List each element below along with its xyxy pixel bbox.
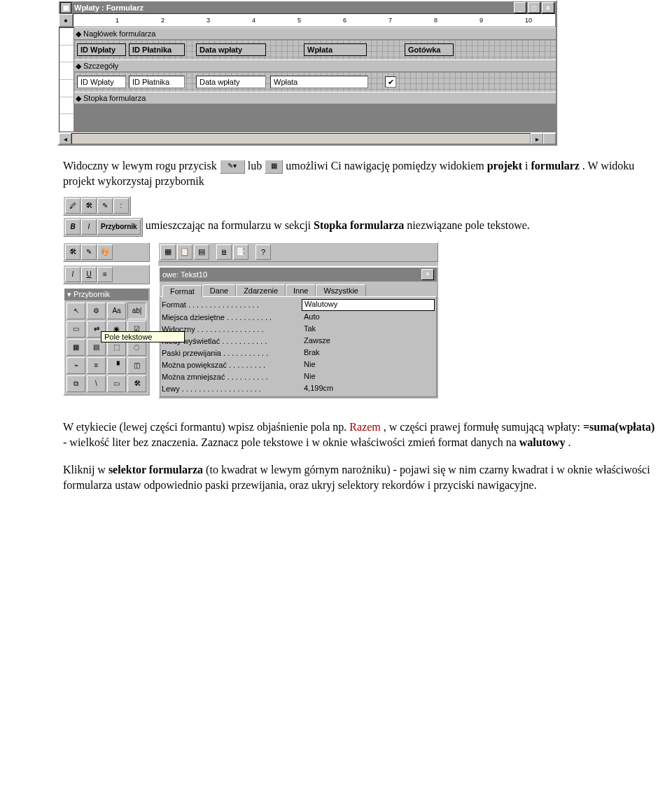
palette-more[interactable]: 🛠 bbox=[127, 375, 146, 392]
paragraph-1: Widoczny w lewym rogu przycisk ✎▾ lub ▦ … bbox=[63, 158, 658, 189]
toolbar-figure: 🖉 🛠 ✎ : B I Przybornik umieszczając na f… bbox=[63, 196, 658, 237]
section-header-label: Nagłówek formularza bbox=[83, 29, 155, 38]
close-icon[interactable]: × bbox=[421, 269, 434, 280]
tab-format[interactable]: Format bbox=[162, 285, 202, 297]
underline-icon: U bbox=[81, 267, 97, 282]
header-label[interactable]: ID Wpłaty bbox=[77, 43, 126, 56]
tool-icon: ≡ bbox=[97, 267, 113, 282]
section-footer-label: Stopka formularza bbox=[83, 94, 146, 102]
minimize-button[interactable]: _ bbox=[514, 2, 526, 13]
property-row[interactable]: Format . . . . . . . . . . . . . . . . .… bbox=[162, 298, 435, 312]
tool-icon: ✎ bbox=[81, 244, 97, 260]
form-header-band: ID Wpłaty ID Płatnika Data wpłaty Wpłata… bbox=[74, 40, 556, 60]
tool-icon[interactable]: 🗎 bbox=[216, 244, 232, 260]
tab-event[interactable]: Zdarzenie bbox=[236, 284, 286, 296]
palette-tab[interactable]: ◫ bbox=[127, 357, 146, 374]
property-value[interactable]: Zawsze bbox=[302, 336, 435, 347]
property-row[interactable]: Miejsca dziesiętne . . . . . . . . . . .… bbox=[162, 312, 435, 324]
italic-icon: I bbox=[81, 219, 97, 235]
maximize-button[interactable]: □ bbox=[528, 2, 540, 13]
horizontal-scrollbar[interactable]: ◂ ▸ bbox=[59, 132, 556, 144]
property-row[interactable]: Można powiększać . . . . . . . . . Nie bbox=[162, 359, 435, 371]
mini-toolbar-1: 🛠 ✎ 🎨 bbox=[63, 242, 150, 262]
ruler-tick: 8 bbox=[434, 17, 438, 24]
palette-textbox[interactable]: ab| bbox=[127, 303, 146, 319]
palette-rect[interactable]: ▭ bbox=[107, 375, 126, 392]
form-designer-window: ▦ Wpłaty : Formularz _ □ × ▪ 1 2 3 4 5 6… bbox=[57, 0, 557, 146]
detail-field[interactable]: ID Płatnika bbox=[129, 76, 185, 88]
tool-icon[interactable]: ▤ bbox=[194, 244, 209, 260]
close-button[interactable]: × bbox=[542, 2, 554, 13]
header-label[interactable]: Gotówka bbox=[405, 43, 454, 56]
property-row[interactable]: Widoczny . . . . . . . . . . . . . . . .… bbox=[162, 324, 435, 335]
header-label[interactable]: Wpłata bbox=[304, 43, 367, 56]
tool-icon[interactable]: 📋 bbox=[177, 244, 192, 260]
properties-toolbar: ▦ 📋 ▤ 🗎 📑 ? bbox=[158, 242, 438, 262]
palette-pagebreak[interactable]: ▝ bbox=[107, 357, 126, 374]
property-value[interactable]: Tak bbox=[302, 324, 435, 335]
ruler-tick: 1 bbox=[115, 17, 119, 24]
palette-subform[interactable]: ⧉ bbox=[66, 375, 85, 392]
property-value[interactable]: Nie bbox=[302, 372, 435, 382]
mini-toolbar-2: I U ≡ bbox=[63, 265, 150, 284]
design-view-icon: ✎▾ bbox=[220, 160, 245, 174]
palette-line[interactable]: \ bbox=[87, 375, 106, 392]
scroll-track[interactable] bbox=[71, 133, 531, 144]
palette-label[interactable]: Aa bbox=[107, 303, 126, 319]
titlebar: ▦ Wpłaty : Formularz _ □ × bbox=[59, 1, 556, 14]
property-value[interactable]: Nie bbox=[302, 360, 435, 370]
header-label[interactable]: ID Płatnika bbox=[129, 43, 185, 56]
property-label: Lewy . . . . . . . . . . . . . . . . . .… bbox=[162, 384, 302, 393]
tooltip-textbox: Pole tekstowe bbox=[101, 331, 185, 342]
property-value[interactable]: Brak bbox=[302, 348, 435, 359]
property-value[interactable]: 4,199cm bbox=[302, 384, 435, 394]
palette-wizard[interactable]: ⚙ bbox=[87, 303, 106, 319]
window-title: Wpłaty : Formularz bbox=[74, 4, 514, 12]
palette-option-group[interactable]: ▭ bbox=[66, 321, 85, 338]
properties-area: ▦ 📋 ▤ 🗎 📑 ? owe: Tekst10 × Format Dane Z… bbox=[158, 242, 438, 398]
palette-pointer[interactable]: ↖ bbox=[66, 303, 85, 319]
property-row[interactable]: Można zmniejszać . . . . . . . . . . Nie bbox=[162, 371, 435, 383]
tool-icon: 🛠 bbox=[81, 198, 97, 214]
detail-field[interactable]: Wpłata bbox=[270, 76, 368, 88]
form-selector[interactable]: ▪ bbox=[59, 14, 73, 27]
ruler-tick: 9 bbox=[479, 17, 483, 24]
window-icon[interactable]: ▦ bbox=[60, 2, 71, 13]
palette-combo[interactable]: ▦ bbox=[66, 339, 85, 356]
tab-data[interactable]: Dane bbox=[202, 284, 236, 296]
ruler-tick: 10 bbox=[525, 17, 532, 24]
header-label[interactable]: Data wpłaty bbox=[196, 43, 266, 56]
detail-checkbox[interactable]: ✔ bbox=[385, 76, 396, 88]
palette-bound-object[interactable]: ≡ bbox=[87, 357, 106, 374]
section-footer-bar[interactable]: ◆ Stopka formularza bbox=[74, 92, 556, 104]
figure-2: 🛠 ✎ 🎨 I U ≡ ▾ Przybornik ↖ ⚙ Aa ab| ▭ bbox=[63, 242, 658, 407]
tool-icon[interactable]: ▦ bbox=[160, 244, 176, 260]
form-footer-band bbox=[74, 104, 556, 132]
property-value[interactable]: Auto bbox=[302, 312, 435, 323]
tool-icon: 🖉 bbox=[65, 198, 80, 214]
properties-window: owe: Tekst10 × Format Dane Zdarzenie Inn… bbox=[158, 266, 438, 398]
property-row[interactable]: Kiedy wyświetlać . . . . . . . . . . . Z… bbox=[162, 335, 435, 347]
tab-all[interactable]: Wszystkie bbox=[316, 284, 366, 296]
paragraph-4: Kliknij w selektor formularza (to kwadra… bbox=[63, 462, 658, 492]
section-arrow-icon: ◆ bbox=[76, 62, 81, 71]
detail-field[interactable]: ID Wpłaty bbox=[77, 76, 126, 88]
ruler-row: ▪ 1 2 3 4 5 6 7 8 9 10 bbox=[59, 14, 556, 27]
property-row[interactable]: Lewy . . . . . . . . . . . . . . . . . .… bbox=[162, 383, 435, 395]
scroll-right-button[interactable]: ▸ bbox=[531, 133, 543, 144]
tool-icon[interactable]: 📑 bbox=[233, 244, 248, 260]
section-detail-bar[interactable]: ◆ Szczegóły bbox=[74, 60, 556, 72]
palette-unbound-object[interactable]: ⌁ bbox=[66, 357, 85, 374]
help-icon[interactable]: ? bbox=[255, 244, 271, 260]
detail-field[interactable]: Data wpłaty bbox=[196, 76, 266, 88]
ruler-tick: 6 bbox=[343, 17, 346, 24]
tab-other[interactable]: Inne bbox=[286, 284, 316, 296]
scroll-left-button[interactable]: ◂ bbox=[59, 133, 71, 144]
scroll-corner bbox=[543, 133, 556, 144]
property-row[interactable]: Paski przewijania . . . . . . . . . . . … bbox=[162, 347, 435, 359]
section-header-bar[interactable]: ◆ Nagłówek formularza bbox=[74, 27, 556, 40]
property-label: Paski przewijania . . . . . . . . . . . bbox=[162, 349, 302, 357]
property-value[interactable]: Walutowy bbox=[302, 299, 435, 311]
palette-title: ▾ Przybornik bbox=[64, 289, 148, 300]
tool-icon: : bbox=[113, 198, 129, 214]
